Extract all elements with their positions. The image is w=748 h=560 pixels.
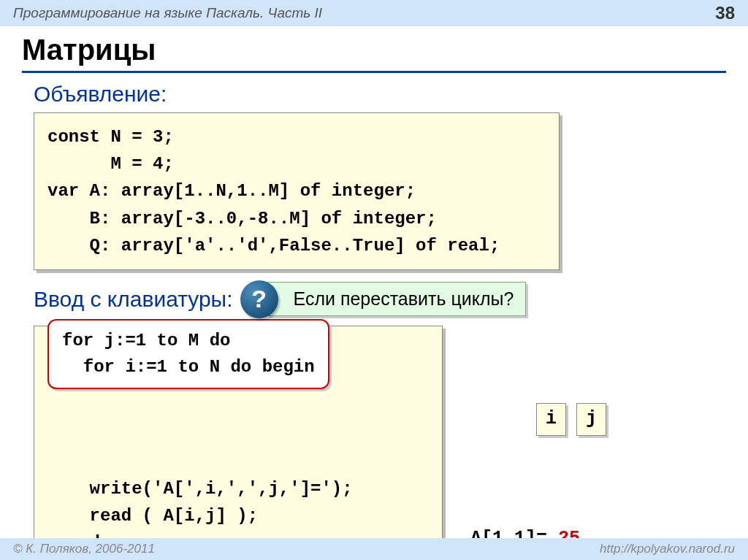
j-badge: j	[576, 403, 606, 436]
i-badge: i	[536, 403, 566, 436]
slide-header: Программирование на языке Паскаль. Часть…	[0, 0, 748, 26]
copyright: © К. Поляков, 2006-2011	[13, 542, 155, 556]
code-input-overlay: for j:=1 to M do for i:=1 to N do begin	[47, 319, 329, 389]
slide-footer: © К. Поляков, 2006-2011 http://kpolyakov…	[0, 538, 748, 560]
page-title: Матрицы	[0, 26, 748, 71]
course-name: Программирование на языке Паскаль. Часть…	[13, 5, 322, 21]
section-input: Ввод с клавиатуры:	[0, 287, 233, 312]
footer-url: http://kpolyakov.narod.ru	[600, 542, 735, 556]
page-number: 38	[715, 3, 735, 23]
question-icon: ?	[240, 280, 278, 318]
code-input: for j:=1 to M do for i:=1 to N do begin …	[34, 326, 443, 560]
output-panel: ij A[1,1]= 25 A[1,2]= 14 A[1,3]= 14 ... …	[470, 318, 617, 560]
title-divider	[22, 71, 726, 73]
question-text: Если переставить циклы?	[267, 282, 527, 316]
code-declaration: const N = 3; M = 4; var A: array[1..N,1.…	[34, 112, 560, 270]
ij-row: ij	[470, 375, 617, 464]
section-declaration: Объявление:	[0, 79, 748, 112]
